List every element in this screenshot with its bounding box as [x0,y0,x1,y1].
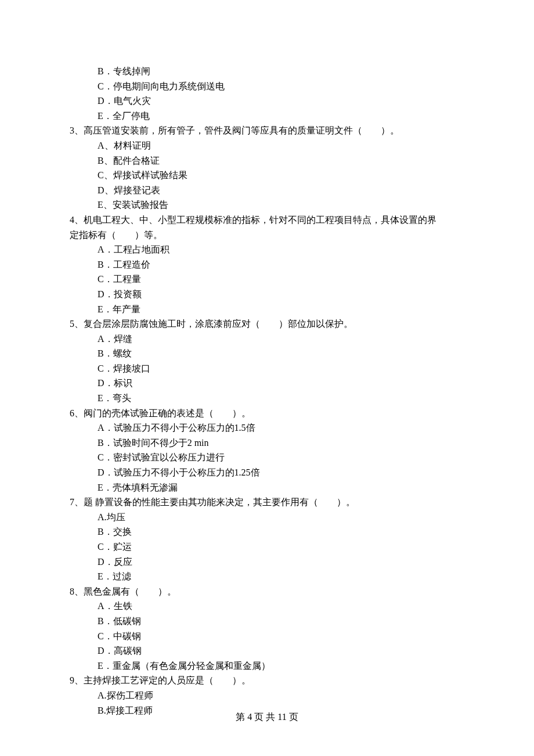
option-line: E．年产量 [70,302,464,317]
option-line: D．反应 [70,555,464,570]
option-line: C．密封试验宜以公称压力进行 [70,450,464,465]
option-line: A．工程占地面积 [70,242,464,257]
option-line: A．生铁 [70,599,464,614]
option-line: C．中碳钢 [70,629,464,644]
question-line: 4、机电工程大、中、小型工程规模标准的指标，针对不同的工程项目特点，具体设置的界 [70,213,464,228]
option-line: A.探伤工程师 [70,688,464,703]
option-line: C．工程量 [70,272,464,287]
document-body: B．专线掉闸C．停电期间向电力系统倒送电D．电气火灾E．全厂停电3、高压管道安装… [0,0,534,718]
question-line: 5、复合层涂层防腐蚀施工时，涂底漆前应对（ ）部位加以保护。 [70,316,464,332]
option-line: B．螺纹 [70,346,464,361]
option-line: E、安装试验报告 [70,197,464,213]
option-line: A．试验压力不得小于公称压力的1.5倍 [70,420,464,435]
option-line: B．工程造价 [70,257,464,272]
option-line: C．停电期间向电力系统倒送电 [70,79,464,94]
option-line: E．全厂停电 [70,109,464,124]
option-line: C．焊接坡口 [70,361,464,376]
option-line: A.均压 [70,510,464,525]
question-line: 8、黑色金属有（ ）。 [70,584,464,599]
question-line: 9、主持焊接工艺评定的人员应是（ ）。 [70,673,464,688]
option-line: D．电气火灾 [70,93,464,109]
option-line: A．焊缝 [70,332,464,347]
option-line: D．试验压力不得小于公称压力的1.25倍 [70,465,464,480]
option-line: C、焊接试样试验结果 [70,168,464,183]
option-line: B．交换 [70,524,464,539]
option-line: B、配件合格证 [70,153,464,168]
option-line: D．标识 [70,376,464,391]
option-line: A、材料证明 [70,138,464,153]
option-line: E．重金属（有色金属分轻金属和重金属） [70,658,464,674]
option-line: C．贮运 [70,539,464,555]
option-line: E．壳体填料无渗漏 [70,480,464,495]
option-line: B．低碳钢 [70,614,464,629]
option-line: D．投资额 [70,287,464,302]
option-line: E．弯头 [70,391,464,406]
question-line: 7、题 静置设备的性能主要由其功能来决定，其主要作用有（ ）。 [70,495,464,510]
option-line: B．专线掉闸 [70,64,464,79]
option-line: E．过滤 [70,569,464,584]
question-line: 定指标有（ ）等。 [70,228,464,243]
question-line: 6、阀门的壳体试验正确的表述是（ ）。 [70,406,464,421]
option-line: D、焊接登记表 [70,183,464,198]
question-line: 3、高压管道安装前，所有管子，管件及阀门等应具有的质量证明文件（ ）。 [70,123,464,138]
option-line: B．试验时间不得少于2 min [70,435,464,451]
option-line: D．高碳钢 [70,643,464,658]
page-footer: 第 4 页 共 11 页 [0,711,534,723]
